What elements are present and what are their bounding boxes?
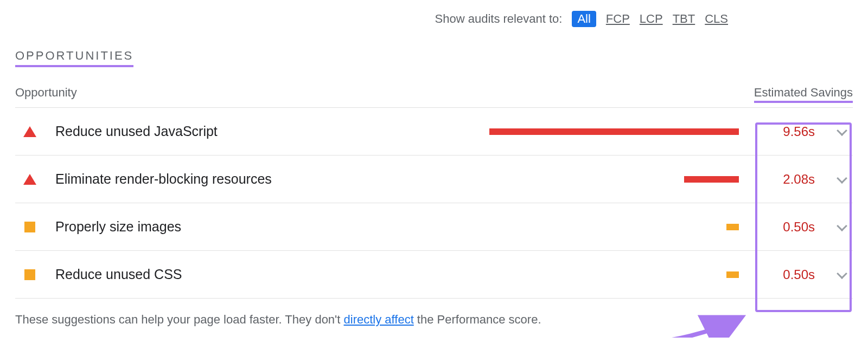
savings-bar-cell xyxy=(370,271,744,278)
triangle-fail-icon xyxy=(23,126,36,137)
savings-bar-cell xyxy=(370,128,744,135)
audit-row[interactable]: Eliminate render-blocking resources2.08s xyxy=(15,156,853,203)
filter-link-lcp[interactable]: LCP xyxy=(640,12,663,26)
footer-text-post: the Performance score. xyxy=(414,313,541,326)
chevron-down-icon xyxy=(837,221,847,231)
chevron-down-icon xyxy=(837,268,847,279)
savings-value: 0.50s xyxy=(755,267,820,282)
footer-text-pre: These suggestions can help your page loa… xyxy=(15,313,344,326)
savings-bar xyxy=(726,271,739,278)
chevron-down-icon xyxy=(837,125,847,136)
expand-toggle[interactable] xyxy=(831,272,853,277)
filter-pill-all[interactable]: All xyxy=(572,11,596,27)
section-title-opportunities: OPPORTUNITIES xyxy=(15,49,133,67)
triangle-fail-icon xyxy=(23,174,36,185)
footer-link[interactable]: directly affect xyxy=(344,313,414,326)
square-average-icon xyxy=(24,222,35,232)
savings-bar-cell xyxy=(370,176,744,183)
audit-row[interactable]: Reduce unused CSS0.50s xyxy=(15,251,853,299)
square-average-icon xyxy=(24,269,35,280)
filter-link-cls[interactable]: CLS xyxy=(705,12,728,26)
audit-title: Reduce unused CSS xyxy=(55,267,359,282)
expand-toggle[interactable] xyxy=(831,224,853,230)
filter-link-tbt[interactable]: TBT xyxy=(673,12,695,26)
filter-link-fcp[interactable]: FCP xyxy=(606,12,630,26)
expand-toggle[interactable] xyxy=(831,177,853,182)
audit-title: Eliminate render-blocking resources xyxy=(55,171,359,187)
savings-value: 9.56s xyxy=(755,124,820,139)
audit-row[interactable]: Properly size images0.50s xyxy=(15,203,853,251)
filter-label: Show audits relevant to: xyxy=(435,12,563,26)
savings-value: 0.50s xyxy=(755,219,820,235)
audit-list: Reduce unused JavaScript9.56sEliminate r… xyxy=(15,107,853,299)
expand-toggle[interactable] xyxy=(831,129,853,134)
chevron-down-icon xyxy=(837,173,847,184)
audit-filter-bar: Show audits relevant to: All FCP LCP TBT… xyxy=(15,11,853,27)
savings-bar-cell xyxy=(370,224,744,230)
savings-value: 2.08s xyxy=(755,172,820,187)
column-header-savings: Estimated Savings xyxy=(754,86,853,103)
savings-bar xyxy=(726,224,739,230)
audit-title: Properly size images xyxy=(55,219,359,235)
footer-note: These suggestions can help your page loa… xyxy=(15,313,853,327)
savings-bar xyxy=(489,128,739,135)
audit-row[interactable]: Reduce unused JavaScript9.56s xyxy=(15,108,853,156)
column-header-opportunity: Opportunity xyxy=(15,86,77,103)
savings-bar xyxy=(684,176,739,183)
audit-title: Reduce unused JavaScript xyxy=(55,124,359,139)
